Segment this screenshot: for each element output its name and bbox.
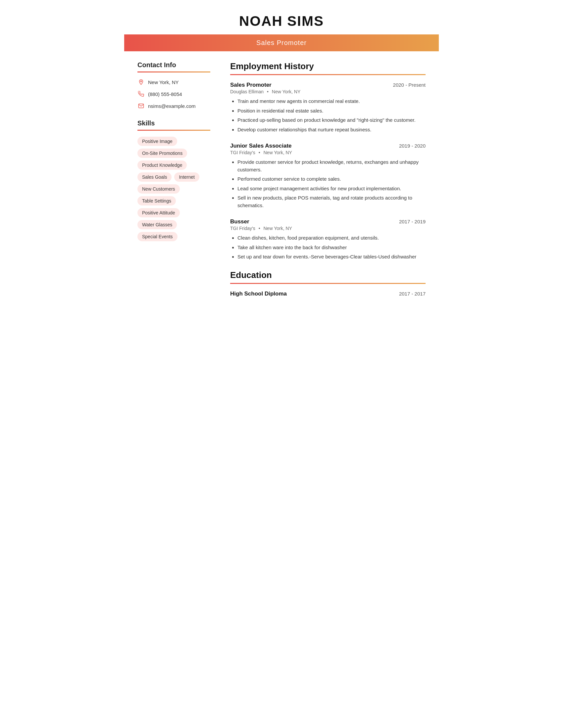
contact-divider [137, 71, 210, 72]
right-column: Employment History Sales Promoter2020 - … [230, 61, 426, 297]
sidebar: Contact Info New York, NY (880) 555 [137, 61, 217, 297]
job-bullet-item: Develop customer relationships that nurt… [237, 126, 426, 134]
email-text: nsims@example.com [148, 103, 196, 109]
phone-icon [137, 90, 145, 98]
edu-entry: High School Diploma2017 - 2017 [230, 291, 426, 297]
skill-tag: Product Knowledge [137, 160, 187, 170]
location-icon [137, 78, 145, 86]
skills-tags-container: Positive ImageOn-Site PromotionsProduct … [137, 137, 217, 241]
job-bullet-item: Provide customer service for product kno… [237, 159, 426, 173]
job-title: Sales Promoter [256, 39, 307, 46]
employment-section: Employment History Sales Promoter2020 - … [230, 61, 426, 261]
job-entry: Sales Promoter2020 - PresentDouglas Elli… [230, 82, 426, 133]
job-bullet-item: Practiced up-selling based on product kn… [237, 116, 426, 124]
title-banner: Sales Promoter [124, 34, 439, 51]
contact-section-title: Contact Info [137, 61, 217, 69]
jobs-container: Sales Promoter2020 - PresentDouglas Elli… [230, 82, 426, 261]
contact-email: nsims@example.com [137, 102, 217, 110]
job-entry: Busser2017 - 2019TGI Friday's • New York… [230, 218, 426, 261]
resume-header: NOAH SIMS [124, 0, 439, 29]
job-dates: 2019 - 2020 [399, 143, 426, 149]
skill-tag: Positive Attitude [137, 208, 180, 217]
job-bullet-item: Train and mentor new agents in commercia… [237, 98, 426, 105]
job-header: Junior Sales Associate2019 - 2020 [230, 143, 426, 149]
employment-divider [230, 74, 426, 75]
job-title: Sales Promoter [230, 82, 271, 88]
skill-tag: On-Site Promotions [137, 149, 187, 158]
skill-tag: Table Settings [137, 196, 176, 205]
job-dates: 2020 - Present [393, 82, 426, 88]
job-bullets: Provide customer service for product kno… [230, 159, 426, 209]
skills-divider [137, 130, 210, 131]
job-bullet-item: Take all kitchen ware into the back for … [237, 244, 426, 251]
contact-location: New York, NY [137, 78, 217, 86]
email-icon [137, 102, 145, 110]
job-bullet-item: Set up and tear down for events.-Serve b… [237, 253, 426, 261]
edu-degree: High School Diploma [230, 291, 287, 297]
skill-tag: Internet [174, 172, 199, 182]
job-header: Sales Promoter2020 - Present [230, 82, 426, 88]
skill-tag: New Customers [137, 184, 180, 194]
skill-tag: Sales Goals [137, 172, 171, 182]
skill-tag: Positive Image [137, 137, 177, 146]
location-text: New York, NY [148, 79, 179, 85]
job-bullet-item: Clean dishes, kitchen, food preparation … [237, 234, 426, 242]
job-title: Busser [230, 218, 249, 225]
main-content: Contact Info New York, NY (880) 555 [124, 51, 439, 307]
job-bullet-item: Sell in new products, place POS material… [237, 194, 426, 209]
job-entry: Junior Sales Associate2019 - 2020TGI Fri… [230, 143, 426, 209]
skill-tag: Special Events [137, 232, 177, 241]
job-bullets: Train and mentor new agents in commercia… [230, 98, 426, 133]
job-title: Junior Sales Associate [230, 143, 292, 149]
skill-tag: Water Glasses [137, 220, 177, 229]
contact-section: Contact Info New York, NY (880) 555 [137, 61, 217, 110]
job-company: Douglas Elliman • New York, NY [230, 89, 426, 94]
phone-text: (880) 555-8054 [148, 91, 182, 97]
edu-dates: 2017 - 2017 [399, 291, 426, 296]
edu-container: High School Diploma2017 - 2017 [230, 291, 426, 297]
contact-phone: (880) 555-8054 [137, 90, 217, 98]
education-section-title: Education [230, 270, 426, 280]
education-divider [230, 283, 426, 284]
job-dates: 2017 - 2019 [399, 219, 426, 224]
job-bullet-item: Lead some project management activities … [237, 185, 426, 193]
job-company: TGI Friday's • New York, NY [230, 150, 426, 155]
job-bullets: Clean dishes, kitchen, food preparation … [230, 234, 426, 261]
job-header: Busser2017 - 2019 [230, 218, 426, 225]
job-bullet-item: Position in residential real estate sale… [237, 107, 426, 115]
job-bullet-item: Performed customer service to complete s… [237, 175, 426, 183]
employment-section-title: Employment History [230, 61, 426, 71]
candidate-name: NOAH SIMS [131, 13, 432, 29]
education-section: Education High School Diploma2017 - 2017 [230, 270, 426, 297]
job-company: TGI Friday's • New York, NY [230, 226, 426, 231]
skills-section-title: Skills [137, 119, 217, 127]
skills-section: Skills Positive ImageOn-Site PromotionsP… [137, 119, 217, 241]
svg-point-0 [140, 81, 142, 82]
